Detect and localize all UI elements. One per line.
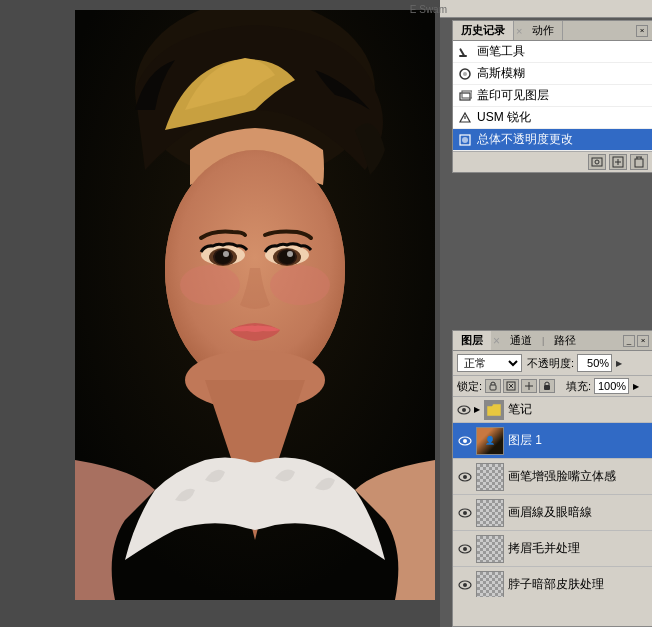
eye-icon-3[interactable] [457, 541, 473, 557]
history-item-2[interactable]: 盖印可见图层 [453, 85, 652, 107]
history-create-new-btn[interactable] [609, 154, 627, 170]
history-item-icon-0 [457, 44, 473, 60]
layers-panel-tabs: 图层 × 通道 | 路径 _ × [453, 331, 652, 351]
svg-point-45 [462, 408, 466, 412]
layer-item-3[interactable]: 拷眉毛并处理 [453, 531, 652, 567]
svg-point-53 [463, 547, 467, 551]
history-item-label-1: 高斯模糊 [477, 65, 525, 82]
tab-paths[interactable]: 路径 [546, 331, 584, 350]
layer-item-4[interactable]: 脖子暗部皮肤处理 [453, 567, 652, 597]
history-item-icon-3 [457, 110, 473, 126]
layer-thumb-3 [476, 535, 504, 563]
history-new-snapshot-btn[interactable] [588, 154, 606, 170]
eye-icon-group[interactable] [457, 403, 471, 417]
layer-thumb-0: 👤 [476, 427, 504, 455]
svg-point-27 [462, 137, 468, 143]
eye-icon-1[interactable] [457, 469, 473, 485]
tab-channels[interactable]: 通道 [502, 331, 540, 350]
group-expand-arrow[interactable]: ▶ [474, 405, 480, 414]
svg-rect-43 [544, 385, 550, 390]
layer-thumb-2 [476, 499, 504, 527]
svg-point-10 [215, 250, 231, 264]
layers-list: ▶ 笔记 👤 图层 1 画笔增强脸嘴立体感 [453, 397, 652, 597]
group-name: 笔记 [508, 401, 532, 418]
svg-point-21 [463, 72, 467, 76]
fill-input[interactable] [594, 378, 629, 394]
layer-item-2[interactable]: 画眉線及眼暗線 [453, 495, 652, 531]
svg-rect-33 [635, 159, 643, 167]
eye-icon-4[interactable] [457, 577, 473, 593]
layers-lock-row: 锁定: 填充: ▶ [453, 376, 652, 397]
svg-point-15 [279, 250, 295, 264]
history-item-3[interactable]: USM 锐化 [453, 107, 652, 129]
history-item-label-0: 画笔工具 [477, 43, 525, 60]
svg-point-11 [223, 251, 229, 257]
opacity-input[interactable] [577, 354, 612, 372]
history-item-4[interactable]: 总体不透明度更改 [453, 129, 652, 151]
lock-position-btn[interactable] [521, 379, 537, 393]
fill-arrow-icon[interactable]: ▶ [633, 382, 639, 391]
svg-point-55 [463, 583, 467, 587]
history-item-label-2: 盖印可见图层 [477, 87, 549, 104]
layer-item-0[interactable]: 👤 图层 1 [453, 423, 652, 459]
lock-all-btn[interactable] [539, 379, 555, 393]
history-panel-header: 历史记录 × 动作 × [453, 21, 652, 41]
history-item-label-4: 总体不透明度更改 [477, 131, 573, 148]
svg-point-51 [463, 511, 467, 515]
lock-label: 锁定: [457, 379, 482, 394]
photo-container [75, 10, 435, 600]
tab-actions[interactable]: 动作 [524, 21, 563, 40]
lock-transparency-btn[interactable] [485, 379, 501, 393]
svg-point-6 [270, 265, 330, 305]
eye-icon-0[interactable] [457, 433, 473, 449]
opacity-label: 不透明度: [527, 356, 574, 371]
svg-point-16 [287, 251, 293, 257]
history-panel-close[interactable]: × [636, 25, 648, 37]
history-panel-bottom [453, 151, 652, 172]
swam-label: E Swam [410, 4, 447, 15]
history-item-label-3: USM 锐化 [477, 109, 531, 126]
lock-image-btn[interactable] [503, 379, 519, 393]
fill-label: 填充: [566, 379, 591, 394]
layer-item-1[interactable]: 画笔增强脸嘴立体感 [453, 459, 652, 495]
history-item-icon-4 [457, 132, 473, 148]
opacity-arrow-icon[interactable]: ▶ [616, 359, 622, 368]
svg-point-47 [463, 439, 467, 443]
group-folder-icon [484, 400, 504, 420]
layer-thumb-4 [476, 571, 504, 598]
layer-name-4: 脖子暗部皮肤处理 [508, 576, 604, 593]
history-list: 画笔工具 高斯模糊 盖印可见图层 USM 锐化 总体不透明度更改 [453, 41, 652, 151]
history-item-icon-2 [457, 88, 473, 104]
layers-panel-minimize[interactable]: _ [623, 335, 635, 347]
layer-name-3: 拷眉毛并处理 [508, 540, 580, 557]
layer-thumb-1 [476, 463, 504, 491]
svg-rect-28 [592, 158, 602, 166]
layer-name-2: 画眉線及眼暗線 [508, 504, 592, 521]
history-item-1[interactable]: 高斯模糊 [453, 63, 652, 85]
svg-point-29 [595, 160, 599, 164]
layers-group-row[interactable]: ▶ 笔记 [453, 397, 652, 423]
svg-rect-37 [490, 385, 496, 390]
layer-name-1: 画笔增强脸嘴立体感 [508, 468, 616, 485]
history-item-0[interactable]: 画笔工具 [453, 41, 652, 63]
lock-icons-group [485, 379, 555, 393]
svg-point-49 [463, 475, 467, 479]
layer-name-0: 图层 1 [508, 432, 542, 449]
history-delete-btn[interactable] [630, 154, 648, 170]
svg-point-5 [180, 265, 240, 305]
tab-layers[interactable]: 图层 [453, 331, 491, 350]
layers-panel-close[interactable]: × [637, 335, 649, 347]
site-text: E Swam [410, 0, 447, 18]
eye-icon-2[interactable] [457, 505, 473, 521]
blend-mode-select[interactable]: 正常 [457, 354, 522, 372]
history-panel: 历史记录 × 动作 × 画笔工具 高斯模糊 盖印可见图层 [452, 20, 652, 173]
layers-panel: 图层 × 通道 | 路径 _ × 正常 不透明度: ▶ 锁定: [452, 330, 652, 627]
canvas-area [0, 0, 440, 627]
history-item-icon-1 [457, 66, 473, 82]
layers-blend-opacity-row: 正常 不透明度: ▶ [453, 351, 652, 376]
photo-background [75, 10, 435, 600]
tab-history[interactable]: 历史记录 [453, 21, 514, 40]
